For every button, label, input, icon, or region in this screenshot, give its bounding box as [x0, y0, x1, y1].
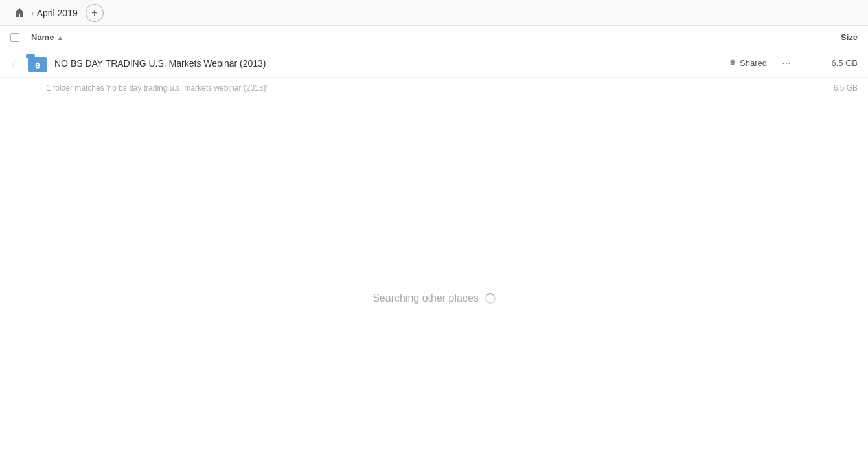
file-name: NO BS DAY TRADING U.S. Markets Webinar (…: [54, 58, 728, 69]
summary-size: 6.5 GB: [806, 83, 858, 93]
file-size: 6.5 GB: [806, 58, 858, 68]
folder-icon: [26, 53, 49, 74]
shared-badge: Shared: [728, 58, 767, 69]
breadcrumb-separator: ›: [31, 8, 34, 18]
star-icon[interactable]: ☆: [10, 58, 26, 69]
link-overlay-icon: [32, 61, 43, 70]
breadcrumb-folder-name[interactable]: April 2019: [37, 8, 78, 18]
name-column-header[interactable]: Name ▲: [31, 32, 806, 42]
add-tab-button[interactable]: +: [86, 4, 104, 22]
summary-row: 1 folder matches 'no bs day trading u.s.…: [0, 78, 868, 98]
searching-text: Searching other places: [372, 293, 479, 304]
header-checkbox-col: [10, 33, 31, 42]
breadcrumb-bar: › April 2019 +: [0, 0, 868, 26]
shared-label: Shared: [740, 58, 767, 68]
select-all-checkbox[interactable]: [10, 33, 19, 42]
more-options-button[interactable]: ···: [777, 58, 795, 69]
shared-link-icon: [728, 58, 737, 69]
loading-spinner: [485, 293, 496, 304]
summary-text: 1 folder matches 'no bs day trading u.s.…: [47, 83, 806, 93]
size-column-header: Size: [806, 32, 858, 42]
file-row[interactable]: ☆ NO BS DAY TRADING U.S. Markets Webinar…: [0, 49, 868, 78]
sort-arrow-icon: ▲: [56, 34, 63, 41]
column-header-row: Name ▲ Size: [0, 26, 868, 49]
home-button[interactable]: [10, 4, 29, 22]
searching-section: Searching other places: [0, 293, 868, 304]
